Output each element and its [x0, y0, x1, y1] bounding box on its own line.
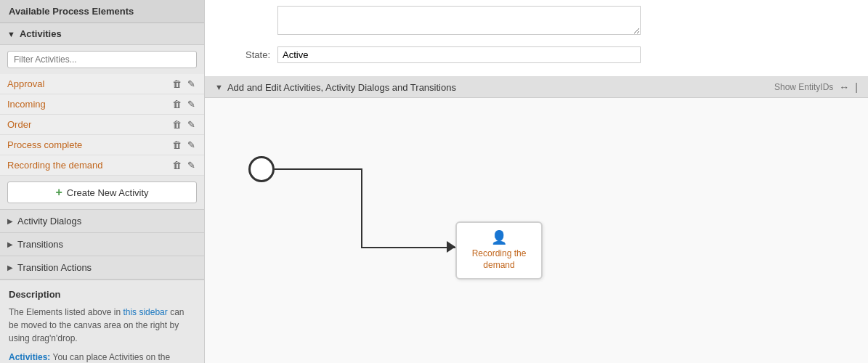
top-form: State:: [205, 0, 868, 77]
filter-activities-input[interactable]: [7, 51, 197, 68]
activity-list: Approval 🗑 ✎ Incoming 🗑 ✎ Order 🗑 ✎ Proc…: [0, 74, 204, 176]
transition-actions-label: Transition Actions: [17, 262, 92, 273]
main-panel: State: ▼ Add and Edit Activities, Activi…: [205, 0, 868, 363]
zoom-in-icon[interactable]: ↔: [839, 81, 849, 93]
transition-actions-header[interactable]: ▶ Transition Actions: [0, 256, 204, 279]
description-textarea[interactable]: [277, 6, 641, 35]
delete-process-complete-button[interactable]: 🗑: [171, 139, 183, 151]
edit-approval-button[interactable]: ✎: [186, 78, 197, 90]
activities-section-header[interactable]: ▼ Activities: [0, 23, 204, 45]
delete-approval-button[interactable]: 🗑: [171, 78, 183, 90]
create-button-label: Create New Activity: [67, 187, 149, 198]
canvas-area[interactable]: 👤 Recording thedemand: [205, 98, 868, 363]
form-row-state: State:: [219, 41, 853, 69]
description-bold-label: Activities:: [9, 352, 50, 362]
create-new-activity-button[interactable]: + Create New Activity: [7, 182, 197, 203]
activity-process-complete-icons: 🗑 ✎: [171, 139, 197, 151]
description-section: Description The Elements listed above in…: [0, 279, 204, 363]
transitions-header[interactable]: ▶ Transitions: [0, 233, 204, 256]
list-item: Incoming 🗑 ✎: [0, 94, 204, 115]
connector-line-horizontal-2: [361, 247, 455, 248]
activity-process-complete-link[interactable]: Process complete: [7, 139, 82, 150]
transition-actions-arrow-icon: ▶: [7, 264, 13, 272]
transitions-section: ▶ Transitions: [0, 232, 204, 256]
description-text2: Activities: You can place Activities on …: [9, 351, 195, 363]
form-row-textarea: [219, 0, 853, 41]
description-text1: The Elements listed above in this sideba…: [9, 306, 195, 345]
connector-line-horizontal-1: [275, 168, 362, 170]
zoom-separator-icon: |: [855, 81, 858, 93]
edit-incoming-button[interactable]: ✎: [186, 98, 197, 110]
canvas-toolbar-label: Add and Edit Activities, Activity Dialog…: [227, 82, 456, 93]
transition-actions-section: ▶ Transition Actions: [0, 256, 204, 279]
edit-recording-button[interactable]: ✎: [186, 159, 197, 171]
description-title: Description: [9, 289, 195, 300]
activity-person-icon: 👤: [491, 229, 507, 245]
activity-incoming-icons: 🗑 ✎: [171, 98, 197, 110]
description-link1: this sidebar: [123, 307, 167, 317]
sidebar: Available Process Elements ▼ Activities …: [0, 0, 205, 363]
activity-incoming-link[interactable]: Incoming: [7, 99, 46, 110]
activity-order-link[interactable]: Order: [7, 119, 31, 130]
activity-recording-icons: 🗑 ✎: [171, 159, 197, 171]
delete-incoming-button[interactable]: 🗑: [171, 98, 183, 110]
transitions-label: Transitions: [17, 239, 63, 250]
activities-label: Activities: [20, 28, 62, 39]
canvas-toolbar: ▼ Add and Edit Activities, Activity Dial…: [205, 77, 868, 98]
delete-recording-button[interactable]: 🗑: [171, 159, 183, 171]
state-input[interactable]: [277, 46, 641, 63]
connector-line-vertical: [361, 168, 362, 248]
sidebar-title: Available Process Elements: [0, 0, 204, 23]
activity-approval-link[interactable]: Approval: [7, 78, 44, 89]
transitions-arrow-icon: ▶: [7, 240, 13, 248]
canvas-collapse-icon[interactable]: ▼: [215, 83, 223, 91]
plus-icon: +: [55, 186, 62, 199]
arrow-head-icon: [447, 241, 455, 253]
activity-recording-link[interactable]: Recording the demand: [7, 160, 103, 171]
activity-dialogs-section: ▶ Activity Dialogs: [0, 209, 204, 232]
activity-box-label: Recording thedemand: [472, 248, 527, 271]
canvas-section: ▼ Add and Edit Activities, Activity Dial…: [205, 77, 868, 363]
start-event-circle: [248, 156, 275, 182]
edit-process-complete-button[interactable]: ✎: [186, 139, 197, 151]
list-item: Approval 🗑 ✎: [0, 74, 204, 94]
show-entity-ids-button[interactable]: Show EntityIDs: [774, 82, 833, 92]
edit-order-button[interactable]: ✎: [186, 118, 197, 131]
activity-order-icons: 🗑 ✎: [171, 118, 197, 131]
list-item: Process complete 🗑 ✎: [0, 135, 204, 155]
list-item: Recording the demand 🗑 ✎: [0, 155, 204, 176]
delete-order-button[interactable]: 🗑: [171, 118, 183, 131]
activity-dialogs-header[interactable]: ▶ Activity Dialogs: [0, 210, 204, 232]
activity-dialogs-label: Activity Dialogs: [17, 216, 81, 227]
activities-arrow-icon: ▼: [7, 30, 15, 38]
state-label: State:: [219, 49, 277, 60]
canvas-toolbar-left: ▼ Add and Edit Activities, Activity Dial…: [215, 82, 456, 93]
list-item: Order 🗑 ✎: [0, 115, 204, 135]
canvas-toolbar-right: Show EntityIDs ↔ |: [774, 81, 858, 93]
activity-recording-box[interactable]: 👤 Recording thedemand: [455, 221, 543, 280]
activity-approval-icons: 🗑 ✎: [171, 78, 197, 90]
activity-dialogs-arrow-icon: ▶: [7, 217, 13, 225]
